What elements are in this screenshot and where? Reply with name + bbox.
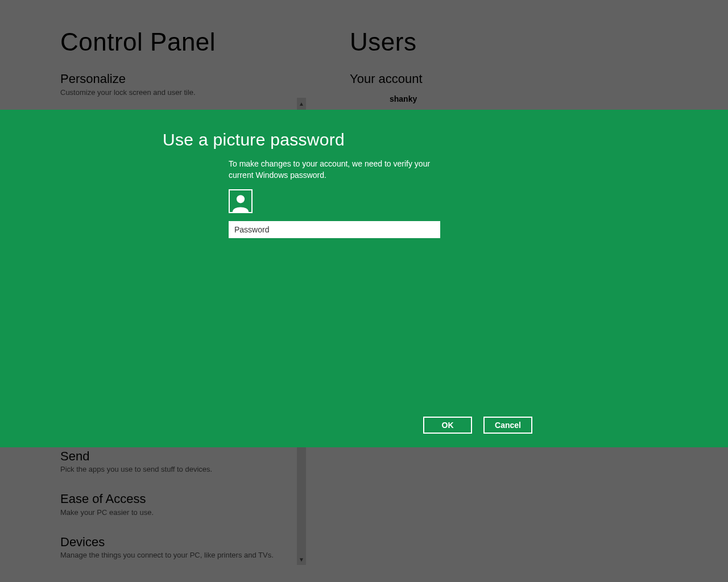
dialog-button-row: OK Cancel bbox=[423, 417, 532, 434]
user-avatar-icon bbox=[229, 189, 253, 213]
dialog-title: Use a picture password bbox=[163, 130, 345, 149]
password-input[interactable] bbox=[229, 221, 440, 238]
ok-button[interactable]: OK bbox=[423, 417, 472, 434]
svg-point-0 bbox=[237, 195, 245, 203]
picture-password-dialog: Use a picture password To make changes t… bbox=[0, 110, 728, 447]
cancel-button[interactable]: Cancel bbox=[483, 417, 532, 434]
dialog-body-text: To make changes to your account, we need… bbox=[229, 159, 445, 181]
